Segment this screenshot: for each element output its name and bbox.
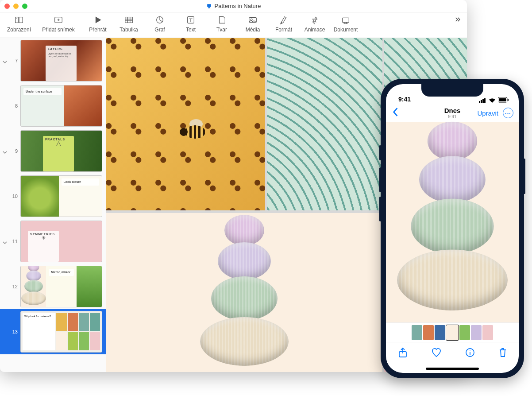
photo-toolbar [386, 342, 519, 364]
titlebar[interactable]: Patterns in Nature [0, 0, 467, 12]
phone-notch [421, 84, 483, 97]
document-button[interactable]: Dokument [332, 15, 359, 33]
slide-thumb-9[interactable]: 9 FRACTALS△ [0, 128, 106, 174]
svg-rect-9 [343, 18, 349, 22]
play-icon [92, 15, 104, 25]
wifi-icon [489, 98, 496, 103]
chart-label: Graf [154, 27, 165, 33]
svg-rect-11 [481, 100, 482, 103]
table-label: Tabulka [120, 27, 138, 33]
animate-label: Animace [305, 27, 325, 33]
chart-icon [154, 15, 166, 25]
signal-icon [479, 98, 486, 103]
view-icon [13, 15, 25, 25]
status-clock: 9:41 [398, 96, 411, 103]
disclosure-icon[interactable] [3, 148, 8, 154]
slide-thumb-8[interactable]: 8 Under the surface [0, 83, 106, 128]
svg-rect-13 [484, 98, 486, 103]
image-honeycomb-bee[interactable] [106, 38, 265, 210]
play-label: Přehrát [89, 27, 106, 33]
phone-side-button [524, 159, 525, 194]
text-button[interactable]: Text [177, 15, 204, 33]
animate-icon [308, 15, 321, 25]
slide-thumb-7[interactable]: 7 LAYERSLayers in nature can be hard, so… [0, 38, 106, 83]
svg-rect-10 [479, 101, 480, 103]
home-indicator[interactable] [386, 364, 519, 373]
table-icon [123, 15, 135, 25]
shape-button[interactable]: Tvar [208, 15, 235, 33]
format-icon [278, 15, 290, 25]
animate-button[interactable]: Animace [301, 15, 328, 33]
fullscreen-button[interactable] [22, 4, 27, 9]
svg-rect-16 [508, 99, 509, 101]
svg-rect-1 [15, 17, 18, 23]
iphone: 9:41 Dnes 9:41 Upravit ··· [381, 79, 524, 411]
keynote-doc-icon [206, 3, 212, 9]
image-urchin-stack[interactable] [106, 213, 382, 372]
text-label: Text [186, 27, 196, 33]
media-icon [247, 15, 259, 25]
slide-number: 8 [11, 103, 18, 109]
svg-rect-4 [125, 17, 133, 23]
slide-thumb-11[interactable]: 11 SYMMETRIES✳ [0, 219, 106, 264]
minimize-button[interactable] [13, 4, 19, 9]
phone-volume-down [379, 197, 381, 221]
add-slide-button[interactable]: Přidat snímek [36, 15, 81, 33]
document-icon [339, 15, 352, 25]
svg-point-8 [251, 19, 252, 20]
shape-icon [216, 15, 228, 25]
slide-number: 12 [11, 284, 18, 289]
slide-number: 11 [11, 239, 18, 244]
slide-number: 9 [11, 148, 18, 154]
close-button[interactable] [4, 4, 10, 9]
chart-button[interactable]: Graf [146, 15, 173, 33]
delete-button[interactable] [498, 347, 507, 360]
text-icon [185, 15, 197, 25]
svg-rect-0 [207, 4, 211, 7]
format-button[interactable]: Formát [270, 15, 297, 33]
slide-thumb-12[interactable]: 12 Mirror, mirror [0, 264, 106, 309]
view-label: Zobrazení [7, 27, 31, 33]
format-label: Formát [275, 27, 292, 33]
slide-navigator[interactable]: 7 LAYERSLayers in nature can be hard, so… [0, 38, 106, 372]
slide-thumb-13[interactable]: 13 Why look for patterns? [0, 309, 106, 354]
play-button[interactable]: Přehrát [84, 15, 112, 33]
toolbar-overflow-button[interactable] [453, 15, 462, 26]
table-button[interactable]: Tabulka [115, 15, 143, 33]
favorite-button[interactable] [431, 348, 442, 359]
toolbar: Zobrazení Přidat snímek Přehrát Tabulka … [0, 12, 467, 38]
slide-number: 7 [11, 58, 18, 63]
window-title-text: Patterns in Nature [215, 3, 261, 9]
svg-rect-15 [499, 98, 506, 101]
phone-volume-up [379, 167, 381, 192]
back-button[interactable] [391, 107, 399, 119]
disclosure-icon[interactable] [3, 58, 8, 63]
chevron-left-icon [391, 107, 399, 117]
battery-icon [498, 97, 509, 103]
media-button[interactable]: Média [239, 15, 266, 33]
add-slide-label: Přidat snímek [42, 27, 74, 33]
media-label: Média [246, 27, 260, 33]
edit-button[interactable]: Upravit [477, 109, 498, 117]
window-controls [4, 4, 27, 9]
plus-icon [52, 15, 65, 25]
photos-navbar: Dnes 9:41 Upravit ··· [386, 104, 519, 122]
slide-thumb-10[interactable]: 10 Look closer [0, 174, 106, 219]
window-title: Patterns in Nature [0, 3, 467, 9]
document-label: Dokument [334, 27, 358, 33]
phone-mute-switch [379, 145, 381, 160]
view-button[interactable]: Zobrazení [5, 15, 33, 33]
info-button[interactable] [465, 348, 475, 359]
svg-rect-2 [19, 17, 23, 23]
slide-number: 10 [11, 194, 18, 199]
disclosure-icon[interactable] [3, 239, 8, 244]
share-button[interactable] [398, 347, 408, 360]
slide-number: 13 [11, 329, 18, 334]
svg-rect-12 [482, 99, 484, 103]
shape-label: Tvar [216, 27, 227, 33]
more-button[interactable]: ··· [503, 108, 513, 118]
photo-filmstrip[interactable] [386, 322, 519, 342]
photo-view[interactable] [386, 122, 519, 322]
